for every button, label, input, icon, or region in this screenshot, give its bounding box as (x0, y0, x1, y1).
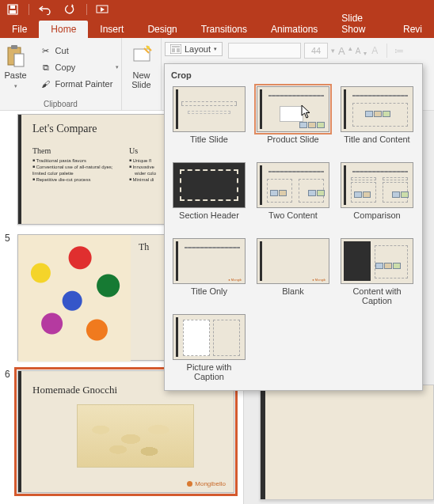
svg-rect-5 (11, 45, 17, 49)
group-label-clipboard: Clipboard (44, 100, 78, 108)
layout-icon (170, 44, 181, 54)
slide-title: Homemade Gnocchi (32, 384, 117, 396)
svg-rect-2 (10, 6, 15, 9)
layout-option-picture-with-caption[interactable]: Picture with Caption (171, 314, 247, 382)
save-button[interactable] (2, 0, 24, 19)
redo-button[interactable] (59, 0, 82, 19)
font-controls-disabled: 44 ▾ A▴ A▾ A ≔ (228, 43, 404, 59)
cut-button[interactable]: ✂Cut (36, 43, 123, 59)
svg-rect-10 (172, 46, 180, 47)
layout-option-blank[interactable]: ● Mongib Blank (255, 238, 331, 306)
font-family-box (228, 43, 301, 59)
layout-option-content-with-caption[interactable]: Content with Caption (339, 238, 415, 306)
pasta-image (18, 235, 131, 362)
layout-option-title-only[interactable]: ● Mongib Title Only (171, 238, 247, 306)
layout-option-title-slide[interactable]: Title Slide (171, 86, 247, 154)
layout-option-two-content[interactable]: Two Content (255, 162, 331, 230)
paste-button[interactable]: Paste▾ (0, 41, 32, 92)
svg-point-8 (147, 46, 150, 49)
brush-icon: 🖌 (40, 78, 52, 90)
tab-design[interactable]: Design (135, 21, 188, 38)
tab-file[interactable]: File (0, 21, 39, 38)
new-slide-button[interactable]: New Slide (125, 41, 158, 92)
layout-option-comparison[interactable]: Comparison (339, 162, 415, 230)
svg-rect-1 (10, 10, 16, 13)
layout-dropdown[interactable]: Layout ▾ (165, 42, 223, 56)
layout-option-section-header[interactable]: Section Header (171, 162, 247, 230)
tab-transitions[interactable]: Transitions (189, 21, 259, 38)
svg-rect-12 (177, 48, 180, 52)
svg-rect-11 (172, 48, 175, 52)
tab-animations[interactable]: Animations (259, 21, 329, 38)
chevron-down-icon: ▾ (214, 46, 217, 52)
ribbon-tabs: File Home Insert Design Transitions Anim… (0, 19, 434, 38)
format-painter-button[interactable]: 🖌Format Painter (36, 76, 123, 92)
slide-title: Let's Compare (32, 123, 97, 135)
scissors-icon: ✂ (40, 44, 52, 57)
start-show-button[interactable] (92, 0, 114, 19)
gallery-section-label: Crop (165, 64, 422, 83)
layout-option-title-and-content[interactable]: Title and Content (339, 86, 415, 154)
layout-gallery-popup: Crop Title Slide Product Slide Title and… (164, 63, 423, 391)
svg-rect-6 (14, 54, 24, 66)
copy-icon: ⧉ (40, 61, 52, 74)
current-slide-canvas[interactable] (260, 385, 434, 500)
paste-label: Paste (4, 70, 26, 80)
tab-insert[interactable]: Insert (88, 21, 135, 38)
copy-button[interactable]: ⧉Copy▾ (36, 59, 123, 75)
undo-button[interactable] (34, 0, 56, 19)
tab-home[interactable]: Home (39, 21, 88, 38)
brand-footer: Mongibello (187, 480, 226, 487)
layout-option-product-slide[interactable]: Product Slide (255, 86, 331, 154)
tab-review-truncated[interactable]: Revi (391, 21, 434, 38)
font-size-box: 44 (304, 43, 328, 59)
tab-slide-show[interactable]: Slide Show (329, 9, 391, 38)
gnocchi-image (77, 404, 194, 468)
